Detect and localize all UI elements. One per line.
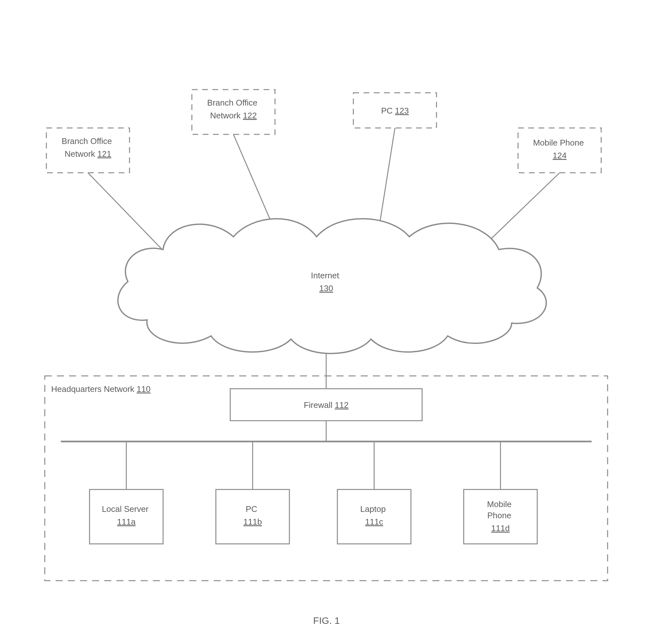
external-mobile-ref: 124 — [553, 151, 566, 160]
svg-text:Firewall
         
        112: Firewall 112 — [304, 400, 348, 410]
svg-rect-18 — [518, 128, 601, 173]
cloud-ref: 130 — [319, 283, 333, 293]
external-mobile-node: Mobile Phone 124 — [518, 128, 601, 173]
local-server-ref: 111a — [117, 517, 136, 527]
firewall-ref: 112 — [335, 400, 348, 410]
branch2-label-line1: Branch Office — [207, 98, 258, 108]
hq-pc-node: PC 111b — [216, 490, 289, 544]
firewall-label: Firewall — [304, 400, 333, 410]
hq-pc-ref: 111b — [243, 517, 262, 527]
hq-ref: 110 — [137, 384, 150, 394]
branch-office-1-node: Branch Office Network 121 — [46, 128, 129, 173]
hq-laptop-node: Laptop 111c — [337, 490, 411, 544]
cloud-label: Internet — [311, 271, 339, 280]
figure-label: FIG. 1 — [313, 615, 340, 626]
hq-mobile-label-line1: Mobile — [487, 499, 512, 509]
hq-mobile-node: Mobile Phone 111d — [464, 490, 537, 544]
svg-text:PC
         
        123: PC 123 — [381, 106, 409, 116]
svg-rect-26 — [216, 490, 289, 544]
external-mobile-label: Mobile Phone — [533, 138, 584, 147]
branch1-label-line2: Network — [65, 149, 98, 159]
local-server-node: Local Server 111a — [90, 490, 163, 544]
branch-office-2-node: Branch Office Network 122 — [192, 90, 275, 134]
hq-label: Headquarters Network — [51, 384, 135, 394]
hq-laptop-label: Laptop — [360, 504, 386, 514]
branch2-ref: 122 — [243, 111, 257, 120]
svg-rect-28 — [337, 490, 411, 544]
external-pc-label: PC — [381, 106, 393, 116]
hq-mobile-label-line2: Phone — [487, 510, 511, 520]
firewall-node: Firewall 112 — [230, 389, 422, 421]
hq-mobile-ref: 111d — [491, 523, 510, 533]
external-pc-node: PC 123 — [353, 93, 436, 128]
network-topology-diagram: Internet 130 Branch Office Network 121 B… — [0, 0, 653, 644]
branch2-label-line2: Network — [210, 111, 243, 120]
local-server-label: Local Server — [102, 504, 148, 514]
hq-laptop-ref: 111c — [365, 517, 383, 527]
hq-pc-label: PC — [246, 504, 257, 514]
svg-text:Headquarters Network
       
 : Headquarters Network 110 — [51, 384, 151, 394]
branch1-ref: 121 — [98, 149, 111, 159]
svg-rect-24 — [90, 490, 163, 544]
external-pc-ref: 123 — [395, 106, 409, 116]
internet-cloud: Internet 130 — [118, 219, 546, 354]
branch1-label-line1: Branch Office — [62, 136, 112, 146]
